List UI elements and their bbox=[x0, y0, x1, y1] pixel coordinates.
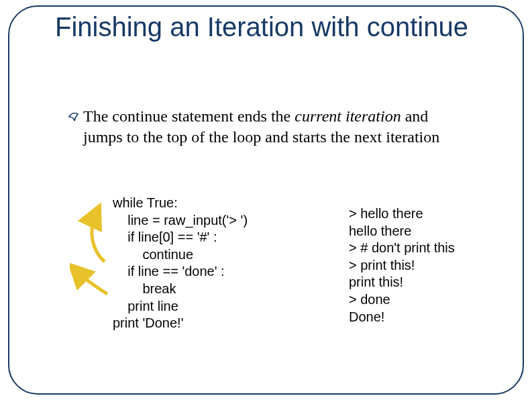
slide-title: Finishing an Iteration with continue bbox=[55, 12, 484, 42]
bullet-text-pre: The continue statement ends the bbox=[83, 107, 295, 125]
bullet-text: The continue statement ends the current … bbox=[83, 106, 471, 147]
bullet-item: The continue statement ends the current … bbox=[68, 106, 471, 147]
output-block: > hello there hello there > # don't prin… bbox=[349, 205, 503, 326]
bullet-icon bbox=[68, 111, 81, 125]
bullet-text-italic: current iteration bbox=[295, 107, 401, 125]
slide: Finishing an Iteration with continue The… bbox=[0, 0, 532, 400]
code-block: while True: line = raw_input('> ') if li… bbox=[113, 195, 287, 332]
